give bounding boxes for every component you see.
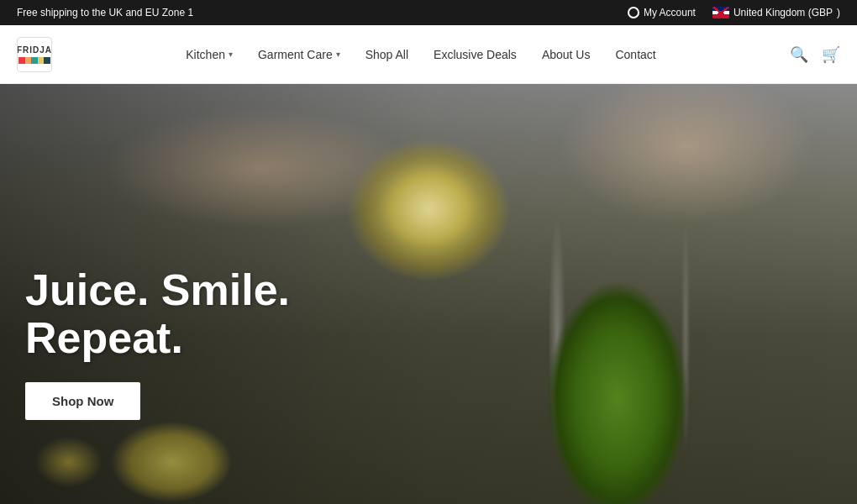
nav-item-exclusive-deals[interactable]: Exclusive Deals xyxy=(434,48,517,61)
cart-button[interactable]: 🛒 xyxy=(822,45,840,64)
nav-link-about-us[interactable]: About Us xyxy=(542,48,591,61)
account-link[interactable]: My Account xyxy=(628,7,696,18)
hero-title: Juice. Smile. Repeat. xyxy=(25,266,290,362)
nav-label-contact: Contact xyxy=(615,48,655,61)
account-icon xyxy=(628,7,639,18)
search-button[interactable]: 🔍 xyxy=(790,45,808,64)
nav-link-shop-all[interactable]: Shop All xyxy=(365,48,408,61)
logo-area[interactable]: FRIDJA xyxy=(17,37,52,72)
nav-item-kitchen[interactable]: Kitchen ▾ xyxy=(186,48,233,61)
navbar: FRIDJA Kitchen ▾ Garment Care ▾ xyxy=(0,25,857,84)
top-bar-right: My Account United Kingdom (GBP ) xyxy=(628,7,840,18)
hero-section: Juice. Smile. Repeat. Shop Now xyxy=(0,84,857,504)
nav-label-kitchen: Kitchen xyxy=(186,48,225,61)
logo-text: FRIDJA xyxy=(17,45,52,55)
stripe-dark xyxy=(44,57,50,64)
hero-title-line2: Repeat. xyxy=(25,313,183,362)
nav-label-about-us: About Us xyxy=(542,48,591,61)
nav-item-garment-care[interactable]: Garment Care ▾ xyxy=(258,48,340,61)
account-label: My Account xyxy=(644,7,696,18)
region-selector[interactable]: United Kingdom (GBP ) xyxy=(712,7,840,18)
nav-links: Kitchen ▾ Garment Care ▾ Shop All Exclus… xyxy=(186,48,655,61)
region-paren: ) xyxy=(837,7,840,18)
nav-link-garment-care[interactable]: Garment Care ▾ xyxy=(258,48,340,61)
nav-item-contact[interactable]: Contact xyxy=(615,48,655,61)
hero-content: Juice. Smile. Repeat. Shop Now xyxy=(25,266,290,420)
nav-link-contact[interactable]: Contact xyxy=(615,48,655,61)
chevron-down-icon-2: ▾ xyxy=(336,50,340,59)
nav-label-exclusive-deals: Exclusive Deals xyxy=(434,48,517,61)
shop-now-button[interactable]: Shop Now xyxy=(25,382,140,420)
nav-link-kitchen[interactable]: Kitchen ▾ xyxy=(186,48,233,61)
nav-label-shop-all: Shop All xyxy=(365,48,408,61)
nav-icons: 🔍 🛒 xyxy=(790,45,840,64)
stripe-teal xyxy=(31,57,38,64)
region-label: United Kingdom (GBP xyxy=(733,7,833,18)
nav-item-about-us[interactable]: About Us xyxy=(542,48,591,61)
stripe-yellow xyxy=(38,57,45,64)
nav-label-garment-care: Garment Care xyxy=(258,48,333,61)
logo-stripes xyxy=(18,57,50,64)
nav-link-exclusive-deals[interactable]: Exclusive Deals xyxy=(434,48,517,61)
uk-flag-icon xyxy=(712,7,729,18)
logo-box: FRIDJA xyxy=(17,37,52,72)
nav-item-shop-all[interactable]: Shop All xyxy=(365,48,408,61)
chevron-down-icon: ▾ xyxy=(229,50,233,59)
shipping-text: Free shipping to the UK and EU Zone 1 xyxy=(17,7,193,18)
top-bar: Free shipping to the UK and EU Zone 1 My… xyxy=(0,0,857,25)
search-icon: 🔍 xyxy=(790,45,808,64)
cart-icon: 🛒 xyxy=(822,45,840,64)
stripe-red xyxy=(18,57,25,64)
hero-title-line1: Juice. Smile. xyxy=(25,265,290,314)
stripe-orange xyxy=(25,57,32,64)
